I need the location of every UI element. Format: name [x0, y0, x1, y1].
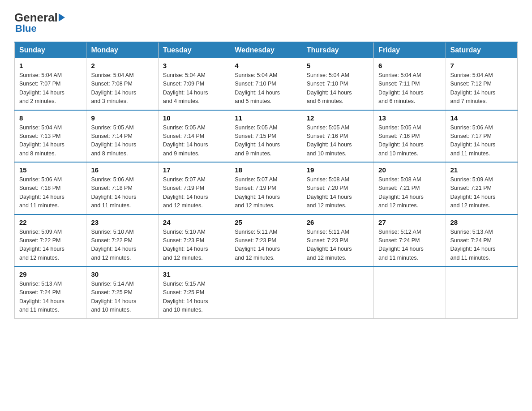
- day-number: 20: [378, 166, 441, 174]
- day-detail: Sunrise: 5:12 AM Sunset: 7:24 PM Dayligh…: [378, 228, 441, 263]
- day-number: 26: [307, 218, 369, 226]
- calendar-day-cell: 2 Sunrise: 5:04 AM Sunset: 7:08 PM Dayli…: [86, 58, 158, 110]
- day-number: 27: [378, 218, 441, 226]
- day-detail: Sunrise: 5:04 AM Sunset: 7:11 PM Dayligh…: [378, 71, 441, 106]
- day-detail: Sunrise: 5:05 AM Sunset: 7:15 PM Dayligh…: [235, 124, 297, 158]
- page-header: General Blue: [14, 11, 518, 34]
- col-header-saturday: Saturday: [446, 42, 517, 58]
- day-number: 21: [450, 166, 513, 174]
- day-detail: Sunrise: 5:11 AM Sunset: 7:23 PM Dayligh…: [235, 228, 297, 263]
- day-number: 25: [235, 218, 297, 226]
- day-number: 19: [307, 166, 369, 174]
- calendar-day-cell: 25 Sunrise: 5:11 AM Sunset: 7:23 PM Dayl…: [230, 214, 302, 267]
- calendar-day-cell: 1 Sunrise: 5:04 AM Sunset: 7:07 PM Dayli…: [15, 58, 86, 110]
- day-number: 23: [91, 218, 153, 226]
- calendar-day-cell: 8 Sunrise: 5:04 AM Sunset: 7:13 PM Dayli…: [15, 110, 86, 163]
- calendar-day-cell: 17 Sunrise: 5:07 AM Sunset: 7:19 PM Dayl…: [158, 162, 230, 214]
- day-number: 3: [163, 62, 225, 69]
- calendar-day-cell: 7 Sunrise: 5:04 AM Sunset: 7:12 PM Dayli…: [446, 58, 517, 110]
- day-detail: Sunrise: 5:13 AM Sunset: 7:24 PM Dayligh…: [19, 280, 82, 315]
- day-detail: Sunrise: 5:06 AM Sunset: 7:18 PM Dayligh…: [91, 176, 153, 210]
- calendar-day-cell: 13 Sunrise: 5:05 AM Sunset: 7:16 PM Dayl…: [374, 110, 446, 163]
- day-number: 29: [19, 270, 82, 278]
- day-number: 11: [235, 114, 297, 122]
- calendar-day-cell: [446, 266, 517, 318]
- calendar-day-cell: [302, 266, 373, 318]
- day-number: 13: [378, 114, 441, 122]
- day-number: 28: [450, 218, 513, 226]
- day-detail: Sunrise: 5:13 AM Sunset: 7:24 PM Dayligh…: [450, 228, 513, 263]
- calendar-header-row: SundayMondayTuesdayWednesdayThursdayFrid…: [15, 42, 518, 58]
- day-number: 24: [163, 218, 225, 226]
- day-number: 15: [19, 166, 82, 174]
- calendar-day-cell: 18 Sunrise: 5:07 AM Sunset: 7:19 PM Dayl…: [230, 162, 302, 214]
- calendar-day-cell: 31 Sunrise: 5:15 AM Sunset: 7:25 PM Dayl…: [158, 266, 230, 318]
- day-number: 18: [235, 166, 297, 174]
- calendar-week-row: 15 Sunrise: 5:06 AM Sunset: 7:18 PM Dayl…: [15, 162, 518, 214]
- day-number: 9: [91, 114, 153, 122]
- calendar-day-cell: 9 Sunrise: 5:05 AM Sunset: 7:14 PM Dayli…: [86, 110, 158, 163]
- logo-arrow-icon: [59, 13, 65, 21]
- calendar-day-cell: 3 Sunrise: 5:04 AM Sunset: 7:09 PM Dayli…: [158, 58, 230, 110]
- col-header-thursday: Thursday: [302, 42, 373, 58]
- day-detail: Sunrise: 5:04 AM Sunset: 7:10 PM Dayligh…: [235, 71, 297, 106]
- day-detail: Sunrise: 5:10 AM Sunset: 7:23 PM Dayligh…: [163, 228, 225, 263]
- day-number: 31: [163, 270, 225, 278]
- calendar-week-row: 1 Sunrise: 5:04 AM Sunset: 7:07 PM Dayli…: [15, 58, 518, 110]
- calendar-day-cell: 15 Sunrise: 5:06 AM Sunset: 7:18 PM Dayl…: [15, 162, 86, 214]
- calendar-day-cell: 27 Sunrise: 5:12 AM Sunset: 7:24 PM Dayl…: [374, 214, 446, 267]
- calendar-day-cell: 23 Sunrise: 5:10 AM Sunset: 7:22 PM Dayl…: [86, 214, 158, 267]
- day-detail: Sunrise: 5:14 AM Sunset: 7:25 PM Dayligh…: [91, 280, 153, 315]
- calendar-day-cell: 10 Sunrise: 5:05 AM Sunset: 7:14 PM Dayl…: [158, 110, 230, 163]
- logo: General Blue: [14, 11, 65, 34]
- calendar-table: SundayMondayTuesdayWednesdayThursdayFrid…: [14, 42, 518, 319]
- day-detail: Sunrise: 5:15 AM Sunset: 7:25 PM Dayligh…: [163, 280, 225, 315]
- day-number: 17: [163, 166, 225, 174]
- day-detail: Sunrise: 5:07 AM Sunset: 7:19 PM Dayligh…: [163, 176, 225, 210]
- day-number: 4: [235, 62, 297, 69]
- calendar-day-cell: [230, 266, 302, 318]
- day-number: 7: [450, 62, 513, 69]
- calendar-day-cell: 24 Sunrise: 5:10 AM Sunset: 7:23 PM Dayl…: [158, 214, 230, 267]
- day-detail: Sunrise: 5:04 AM Sunset: 7:08 PM Dayligh…: [91, 71, 153, 106]
- day-detail: Sunrise: 5:04 AM Sunset: 7:10 PM Dayligh…: [307, 71, 369, 106]
- day-detail: Sunrise: 5:09 AM Sunset: 7:22 PM Dayligh…: [19, 228, 82, 263]
- calendar-day-cell: 26 Sunrise: 5:11 AM Sunset: 7:23 PM Dayl…: [302, 214, 373, 267]
- day-detail: Sunrise: 5:06 AM Sunset: 7:17 PM Dayligh…: [450, 124, 513, 158]
- day-detail: Sunrise: 5:08 AM Sunset: 7:21 PM Dayligh…: [378, 176, 441, 210]
- day-detail: Sunrise: 5:04 AM Sunset: 7:09 PM Dayligh…: [163, 71, 225, 106]
- day-number: 1: [19, 62, 82, 69]
- day-detail: Sunrise: 5:05 AM Sunset: 7:14 PM Dayligh…: [91, 124, 153, 158]
- day-number: 16: [91, 166, 153, 174]
- day-detail: Sunrise: 5:05 AM Sunset: 7:16 PM Dayligh…: [307, 124, 369, 158]
- day-number: 22: [19, 218, 82, 226]
- calendar-day-cell: 30 Sunrise: 5:14 AM Sunset: 7:25 PM Dayl…: [86, 266, 158, 318]
- day-detail: Sunrise: 5:09 AM Sunset: 7:21 PM Dayligh…: [450, 176, 513, 210]
- day-number: 30: [91, 270, 153, 278]
- calendar-week-row: 8 Sunrise: 5:04 AM Sunset: 7:13 PM Dayli…: [15, 110, 518, 163]
- day-detail: Sunrise: 5:04 AM Sunset: 7:12 PM Dayligh…: [450, 71, 513, 106]
- calendar-day-cell: 28 Sunrise: 5:13 AM Sunset: 7:24 PM Dayl…: [446, 214, 517, 267]
- day-number: 14: [450, 114, 513, 122]
- day-detail: Sunrise: 5:04 AM Sunset: 7:07 PM Dayligh…: [19, 71, 82, 106]
- logo-blue: Blue: [15, 23, 37, 34]
- calendar-day-cell: 21 Sunrise: 5:09 AM Sunset: 7:21 PM Dayl…: [446, 162, 517, 214]
- day-detail: Sunrise: 5:05 AM Sunset: 7:16 PM Dayligh…: [378, 124, 441, 158]
- calendar-week-row: 29 Sunrise: 5:13 AM Sunset: 7:24 PM Dayl…: [15, 266, 518, 318]
- col-header-friday: Friday: [374, 42, 446, 58]
- calendar-day-cell: 12 Sunrise: 5:05 AM Sunset: 7:16 PM Dayl…: [302, 110, 373, 163]
- calendar-day-cell: 14 Sunrise: 5:06 AM Sunset: 7:17 PM Dayl…: [446, 110, 517, 163]
- day-detail: Sunrise: 5:06 AM Sunset: 7:18 PM Dayligh…: [19, 176, 82, 210]
- calendar-day-cell: 22 Sunrise: 5:09 AM Sunset: 7:22 PM Dayl…: [15, 214, 86, 267]
- calendar-day-cell: 6 Sunrise: 5:04 AM Sunset: 7:11 PM Dayli…: [374, 58, 446, 110]
- calendar-week-row: 22 Sunrise: 5:09 AM Sunset: 7:22 PM Dayl…: [15, 214, 518, 267]
- calendar-day-cell: [374, 266, 446, 318]
- calendar-day-cell: 16 Sunrise: 5:06 AM Sunset: 7:18 PM Dayl…: [86, 162, 158, 214]
- day-detail: Sunrise: 5:07 AM Sunset: 7:19 PM Dayligh…: [235, 176, 297, 210]
- calendar-day-cell: 4 Sunrise: 5:04 AM Sunset: 7:10 PM Dayli…: [230, 58, 302, 110]
- day-detail: Sunrise: 5:04 AM Sunset: 7:13 PM Dayligh…: [19, 124, 82, 158]
- calendar-day-cell: 5 Sunrise: 5:04 AM Sunset: 7:10 PM Dayli…: [302, 58, 373, 110]
- calendar-day-cell: 29 Sunrise: 5:13 AM Sunset: 7:24 PM Dayl…: [15, 266, 86, 318]
- col-header-monday: Monday: [86, 42, 158, 58]
- col-header-sunday: Sunday: [15, 42, 86, 58]
